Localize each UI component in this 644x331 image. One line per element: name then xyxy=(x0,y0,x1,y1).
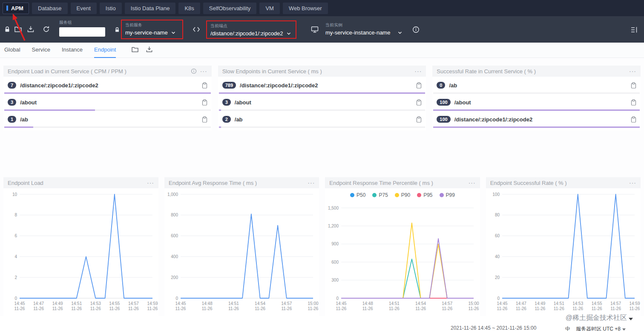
svg-text:14:53: 14:53 xyxy=(90,301,101,306)
service-selector[interactable]: 当前服务 my-service-name xyxy=(121,20,183,39)
sidebar-toggle-icon[interactable] xyxy=(630,26,638,33)
svg-text:11-26: 11-26 xyxy=(175,306,186,311)
legend-item-p50[interactable]: P50 xyxy=(350,192,365,198)
download-icon[interactable] xyxy=(146,46,152,55)
tab-instance[interactable]: Instance xyxy=(62,43,83,58)
endpoint-name: /distance/:zipcode1/:zipcode2 xyxy=(454,116,627,123)
service-selector-value: my-service-name xyxy=(125,29,168,36)
more-menu-icon[interactable] xyxy=(629,69,636,73)
svg-text:11-26: 11-26 xyxy=(228,306,239,311)
language-toggle[interactable]: 中 xyxy=(565,325,570,331)
chevron-down-icon xyxy=(171,29,175,36)
timezone-selector[interactable]: 服务器时区 UTC +8 xyxy=(576,325,626,331)
clipboard-icon[interactable] xyxy=(631,82,636,89)
endpoint-row[interactable]: 3/about xyxy=(4,97,211,108)
clipboard-icon[interactable] xyxy=(416,116,422,123)
more-menu-icon[interactable] xyxy=(414,69,422,73)
list-item: 100/distance/:zipcode1/:zipcode2 xyxy=(432,111,641,128)
clipboard-icon[interactable] xyxy=(631,99,636,106)
endpoint-row[interactable]: 789/distance/:zipcode1/:zipcode2 xyxy=(219,80,426,91)
value-badge: 1 xyxy=(8,116,16,123)
endpoint-row[interactable]: 100/about xyxy=(433,97,640,108)
endpoint-row[interactable]: 100/distance/:zipcode1/:zipcode2 xyxy=(433,114,640,125)
clipboard-icon[interactable] xyxy=(416,82,422,89)
svg-text:600: 600 xyxy=(332,260,339,265)
endpoint-row[interactable]: 1/ab xyxy=(4,114,211,125)
refresh-icon[interactable] xyxy=(43,26,50,33)
nav-tab-web-browser[interactable]: Web Browser xyxy=(283,3,328,14)
chart-svg: 02040608010014:4511-2614:4711-2614:4911-… xyxy=(486,188,641,316)
lock-small-icon[interactable] xyxy=(114,27,120,33)
endpoint-selector[interactable]: 当前端点 /distance/:zipcode1/:zipcode2 xyxy=(206,20,296,39)
timezone-label: 服务器时区 UTC +8 xyxy=(576,325,621,331)
endpoint-row[interactable]: 3/about xyxy=(219,97,426,108)
endpoint-name: /ab xyxy=(20,116,198,123)
time-range[interactable]: 2021-11-26 14:45 ~ 2021-11-26 15:00 xyxy=(451,325,536,331)
panel-title: Slow Endpoints in Current Service ( ms ) xyxy=(222,68,322,75)
tab-service[interactable]: Service xyxy=(32,43,50,58)
code-icon[interactable] xyxy=(193,26,200,32)
nav-tab-database[interactable]: Database xyxy=(32,3,68,14)
service-group-input[interactable] xyxy=(59,27,105,37)
more-menu-icon[interactable] xyxy=(147,181,154,185)
more-menu-icon[interactable] xyxy=(200,69,207,73)
svg-text:11-26: 11-26 xyxy=(442,306,453,311)
progress-track xyxy=(433,92,640,94)
svg-text:11-26: 11-26 xyxy=(336,306,347,311)
instance-selector[interactable]: 当前实例 my-service-instance-name xyxy=(322,20,405,38)
value-badge: 100 xyxy=(437,116,450,123)
svg-text:11-26: 11-26 xyxy=(469,306,479,311)
more-menu-icon[interactable] xyxy=(469,181,476,185)
value-badge: 7 xyxy=(8,82,16,89)
list-item: 2/ab xyxy=(218,111,426,128)
nav-tab-selfobservability[interactable]: SelfObservability xyxy=(203,3,257,14)
legend-dot xyxy=(372,193,377,197)
svg-text:14:45: 14:45 xyxy=(336,301,347,306)
endpoint-row[interactable]: 0/ab xyxy=(433,80,640,91)
progress-fill xyxy=(219,92,426,94)
nav-tab-event[interactable]: Event xyxy=(71,3,97,14)
panel-slow-endpoints-list: Slow Endpoints in Current Service ( ms )… xyxy=(218,66,426,130)
info-icon[interactable] xyxy=(412,26,420,33)
nav-tab-istio[interactable]: Istio xyxy=(100,3,122,14)
legend-item-p90[interactable]: P90 xyxy=(395,192,410,198)
panel-response-time-percentile-chart: Endpoint Response Time Percentile ( ms )… xyxy=(325,177,480,316)
nav-tab-vm[interactable]: VM xyxy=(259,3,280,14)
clipboard-icon[interactable] xyxy=(202,116,207,123)
slow-endpoints-list: 789/distance/:zipcode1/:zipcode23/about2… xyxy=(218,77,426,130)
endpoint-row[interactable]: 2/ab xyxy=(219,114,426,125)
svg-text:2: 2 xyxy=(14,275,17,280)
legend-item-p95[interactable]: P95 xyxy=(417,192,432,198)
response-time-percentile-chart: 03006009001,2001,50014:4511-2614:4811-26… xyxy=(325,202,480,316)
lock-icon[interactable] xyxy=(4,26,11,33)
more-menu-icon[interactable] xyxy=(308,181,315,185)
download-icon[interactable] xyxy=(27,26,34,33)
svg-text:14:54: 14:54 xyxy=(415,301,426,306)
legend-item-p99[interactable]: P99 xyxy=(440,192,455,198)
svg-text:15:00: 15:00 xyxy=(308,301,318,306)
list-item: 100/about xyxy=(432,94,641,111)
svg-text:11-26: 11-26 xyxy=(109,306,120,311)
svg-text:0: 0 xyxy=(336,296,339,301)
folder-icon[interactable] xyxy=(14,26,22,32)
chart-panels-row: Endpoint Load 024681014:4511-2614:4711-2… xyxy=(3,177,641,316)
nav-tab-apm[interactable]: APM xyxy=(3,3,29,14)
clipboard-icon[interactable] xyxy=(202,82,207,89)
endpoint-selector-label: 当前端点 xyxy=(210,23,292,29)
tab-global[interactable]: Global xyxy=(4,43,20,58)
endpoint-row[interactable]: 7/distance/:zipcode1/:zipcode2 xyxy=(4,80,211,91)
progress-fill xyxy=(4,92,211,94)
svg-text:11-26: 11-26 xyxy=(52,306,63,311)
tab-endpoint[interactable]: Endpoint xyxy=(94,43,116,58)
nav-tab-istio-data-plane[interactable]: Istio Data Plane xyxy=(125,3,176,14)
clipboard-icon[interactable] xyxy=(631,116,636,123)
info-icon[interactable] xyxy=(191,68,197,74)
nav-tab-k8s[interactable]: K8s xyxy=(178,3,200,14)
folder-icon[interactable] xyxy=(132,46,138,54)
svg-text:0: 0 xyxy=(175,296,178,301)
instance-selector-label: 当前实例 xyxy=(325,23,402,28)
clipboard-icon[interactable] xyxy=(416,99,422,106)
more-menu-icon[interactable] xyxy=(629,181,636,185)
legend-item-p75[interactable]: P75 xyxy=(372,192,388,198)
clipboard-icon[interactable] xyxy=(202,99,207,106)
